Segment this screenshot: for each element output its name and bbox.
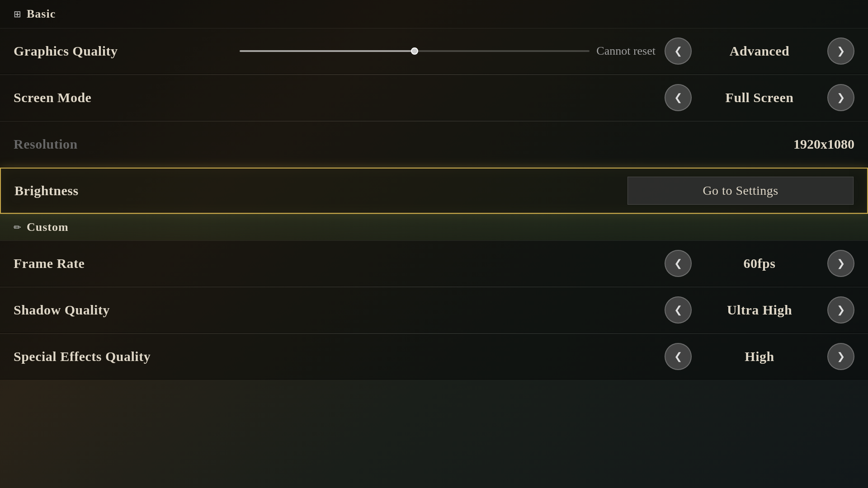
screen-mode-row: Screen Mode ❮ Full Screen ❯	[0, 75, 868, 121]
special-effects-row: Special Effects Quality ❮ High ❯	[0, 333, 868, 380]
graphics-quality-slider-thumb[interactable]	[411, 47, 418, 55]
graphics-quality-right: ❮ Advanced ❯	[665, 38, 854, 65]
right-arrow-icon: ❯	[837, 352, 845, 361]
custom-label: Custom	[27, 221, 69, 234]
basic-icon: ⊞	[14, 9, 21, 19]
graphics-quality-slider-section: Cannot reset	[240, 44, 665, 58]
frame-rate-value: 60fps	[692, 256, 827, 271]
special-effects-prev-button[interactable]: ❮	[665, 343, 692, 370]
shadow-quality-label: Shadow Quality	[14, 302, 240, 318]
brightness-goto-button[interactable]: Go to Settings	[627, 177, 854, 205]
brightness-label: Brightness	[14, 183, 241, 198]
graphics-quality-row: Graphics Quality Cannot reset ❮ Advanced…	[0, 28, 868, 74]
left-arrow-icon: ❮	[674, 46, 682, 56]
shadow-quality-row: Shadow Quality ❮ Ultra High ❯	[0, 287, 868, 333]
graphics-quality-slider-track[interactable]	[240, 50, 590, 52]
frame-rate-control: ❮ 60fps ❯	[240, 250, 854, 277]
screen-mode-prev-button[interactable]: ❮	[665, 84, 692, 111]
graphics-quality-control: Cannot reset ❮ Advanced ❯	[240, 38, 854, 65]
right-arrow-icon: ❯	[837, 46, 845, 56]
left-arrow-icon: ❮	[674, 305, 682, 315]
brightness-control: Go to Settings	[241, 177, 854, 205]
frame-rate-label: Frame Rate	[14, 256, 240, 271]
basic-label: Basic	[27, 7, 56, 21]
left-arrow-icon: ❮	[674, 352, 682, 361]
graphics-quality-value: Advanced	[692, 43, 827, 59]
shadow-quality-control: ❮ Ultra High ❯	[240, 296, 854, 324]
special-effects-value: High	[692, 349, 827, 364]
graphics-quality-label: Graphics Quality	[14, 43, 240, 59]
screen-mode-label: Screen Mode	[14, 90, 240, 105]
resolution-value: 868x488	[793, 136, 854, 152]
right-arrow-icon: ❯	[837, 258, 845, 268]
shadow-quality-prev-button[interactable]: ❮	[665, 296, 692, 324]
cannot-reset-label: Cannot reset	[596, 44, 656, 58]
frame-rate-prev-button[interactable]: ❮	[665, 250, 692, 277]
graphics-quality-next-button[interactable]: ❯	[827, 38, 854, 65]
custom-icon: ✏	[14, 222, 21, 233]
right-arrow-icon: ❯	[837, 93, 845, 103]
brightness-row: Brightness Go to Settings	[0, 168, 868, 214]
shadow-quality-next-button[interactable]: ❯	[827, 296, 854, 324]
screen-mode-value: Full Screen	[692, 90, 827, 105]
resolution-label: Resolution	[14, 136, 240, 152]
screen-mode-next-button[interactable]: ❯	[827, 84, 854, 111]
resolution-row: Resolution 868x488	[0, 121, 868, 167]
frame-rate-row: Frame Rate ❮ 60fps ❯	[0, 240, 868, 286]
left-arrow-icon: ❮	[674, 258, 682, 268]
graphics-quality-prev-button[interactable]: ❮	[665, 38, 692, 65]
special-effects-label: Special Effects Quality	[14, 349, 240, 364]
custom-section-header: ✏ Custom	[0, 214, 868, 240]
shadow-quality-value: Ultra High	[692, 302, 827, 318]
left-arrow-icon: ❮	[674, 93, 682, 103]
screen-mode-control: ❮ Full Screen ❯	[240, 84, 854, 111]
frame-rate-next-button[interactable]: ❯	[827, 250, 854, 277]
special-effects-next-button[interactable]: ❯	[827, 343, 854, 370]
basic-section-header: ⊞ Basic	[0, 0, 868, 28]
right-arrow-icon: ❯	[837, 305, 845, 315]
resolution-control: 868x488	[240, 136, 854, 152]
graphics-quality-slider-fill	[240, 50, 415, 52]
special-effects-control: ❮ High ❯	[240, 343, 854, 370]
